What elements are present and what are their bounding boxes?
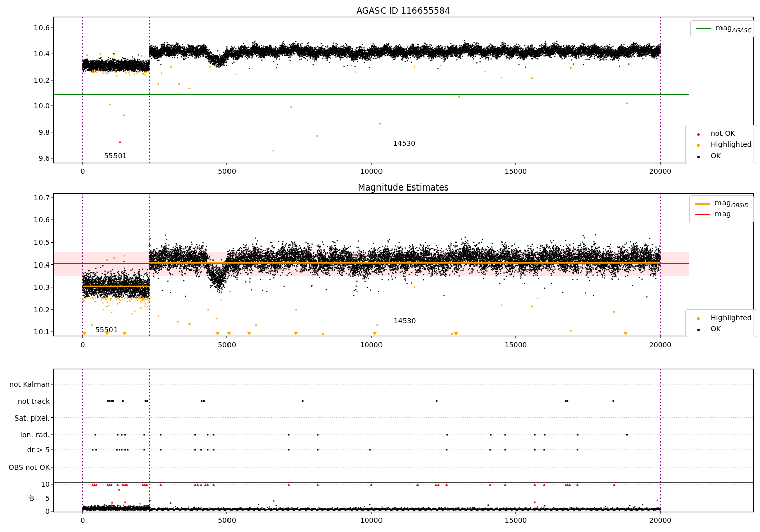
legend-label: Highlighted (711, 140, 752, 148)
x-tick-label: 5000 (218, 167, 236, 175)
legend-label: Highlighted (711, 314, 752, 322)
legend-middle-points: Highlighted OK (685, 309, 757, 337)
legend-top-points: not OK Highlighted OK (685, 125, 757, 164)
legend-label: magAGASC (716, 24, 751, 34)
y-tick-label: 10.6 (34, 216, 50, 224)
x-tick-label: 10000 (360, 340, 383, 349)
legend-row: mag (695, 209, 748, 220)
dr-tick-label: 10 (41, 480, 50, 488)
obsid-annotation: 14530 (394, 317, 416, 325)
top-plot-title: AGASC ID 116655584 (356, 6, 450, 16)
legend-row: Highlighted (691, 312, 752, 323)
flag-category-label: OBS not OK (9, 463, 50, 471)
dr-tick-label: 5 (45, 494, 50, 502)
legend-label: OK (711, 151, 721, 160)
obsid-annotation: 14530 (393, 139, 416, 147)
y-tick-label: 10.2 (34, 306, 50, 314)
middle-plot-title: Magnitude Estimates (358, 182, 448, 193)
y-tick-label: 10.4 (34, 261, 50, 269)
orange-line-icon (695, 203, 710, 205)
x-tick-label: 0 (81, 167, 85, 175)
x-tick-label: 20000 (649, 340, 672, 349)
flag-category-label: not track (18, 397, 50, 405)
y-tick-label: 10.4 (34, 50, 50, 58)
orange-dot-icon (691, 140, 706, 148)
red-line-icon (695, 214, 710, 215)
y-tick-label: 10.2 (34, 76, 50, 84)
legend-mag-agasc: magAGASC (690, 20, 756, 37)
red-dot-icon (691, 129, 706, 137)
flag-category-label: dr > 5 (27, 446, 50, 454)
legend-row: OK (691, 323, 752, 334)
obsid-annotation: 55501 (104, 151, 127, 160)
black-dot-icon (691, 325, 706, 333)
legend-label: mag (715, 210, 731, 220)
plot-canvas (0, 0, 760, 532)
x-tick-label: 20000 (649, 516, 672, 524)
legend-label: not OK (711, 129, 735, 137)
x-tick-label: 15000 (505, 516, 527, 524)
x-tick-label: 15000 (505, 340, 527, 349)
x-tick-label: 0 (81, 340, 85, 349)
x-tick-label: 0 (81, 516, 85, 524)
x-tick-label: 10000 (360, 516, 383, 524)
dr-tick-label: 0 (45, 507, 50, 515)
legend-row: magAGASC (696, 23, 751, 34)
legend-mag-lines: magOBSID mag (689, 195, 754, 223)
black-dot-icon (691, 151, 706, 160)
y-tick-label: 10.3 (34, 283, 50, 291)
green-line-icon (696, 28, 711, 29)
y-tick-label: 10.0 (34, 102, 50, 110)
obsid-annotation: 55501 (95, 326, 118, 334)
legend-label: magOBSID (715, 199, 748, 209)
flag-category-label: Sat. pixel. (15, 414, 50, 422)
flag-category-label: not Kalman (9, 380, 50, 388)
y-tick-label: 9.8 (39, 128, 50, 136)
y-tick-label: 10.1 (34, 328, 50, 336)
x-tick-label: 10000 (360, 167, 383, 175)
legend-row: OK (691, 150, 752, 161)
y-tick-label: 9.6 (39, 154, 50, 162)
legend-row: magOBSID (695, 198, 748, 209)
x-tick-label: 5000 (218, 516, 236, 524)
legend-label: OK (711, 325, 721, 333)
figure: AGASC ID 116655584 Magnitude Estimates m… (0, 0, 760, 532)
y-tick-label: 10.5 (34, 238, 50, 246)
x-tick-label: 15000 (505, 167, 527, 175)
dr-axis-label: dr (27, 494, 35, 502)
y-tick-label: 10.6 (34, 24, 50, 32)
legend-row: not OK (691, 128, 752, 139)
flag-category-label: Ion. rad. (20, 431, 50, 439)
y-tick-label: 10.7 (34, 194, 50, 202)
x-tick-label: 5000 (218, 340, 236, 349)
legend-row: Highlighted (691, 139, 752, 150)
orange-dot-icon (691, 314, 706, 322)
x-tick-label: 20000 (649, 167, 672, 175)
